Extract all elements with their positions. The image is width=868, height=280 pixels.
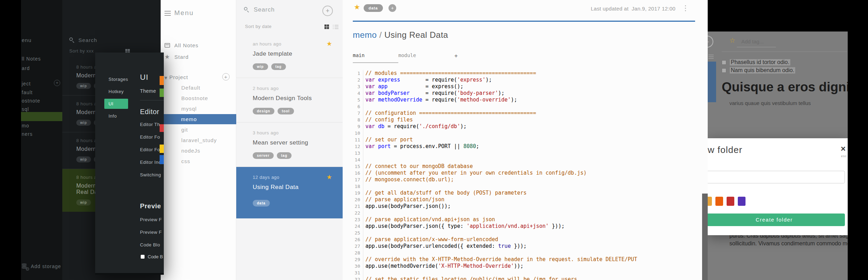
- add-storage-button[interactable]: + Add storage: [22, 263, 61, 270]
- note-card[interactable]: 12 days ago★Using Real Datadata: [236, 167, 343, 218]
- note-tag-badge[interactable]: data: [364, 4, 383, 12]
- code-line[interactable]: 22: [343, 210, 702, 216]
- color-swatch[interactable]: [727, 197, 734, 206]
- dark-search[interactable]: Search: [69, 37, 97, 43]
- dark-starred[interactable]: ard: [22, 65, 30, 71]
- theme-label[interactable]: Theme: [140, 88, 156, 94]
- project-header[interactable]: ▼Project +: [164, 74, 232, 80]
- note-star-icon[interactable]: ★: [354, 3, 360, 11]
- checkbox-icon[interactable]: [722, 68, 726, 73]
- settings-nav-hotkey[interactable]: Hotkey: [95, 86, 137, 97]
- add-tag-input[interactable]: Add tag...: [741, 38, 764, 44]
- code-line[interactable]: 23// parse application/vnd.api+json as j…: [343, 216, 702, 223]
- grid-view-icon[interactable]: [324, 24, 329, 29]
- code-line[interactable]: 8// config files: [343, 117, 702, 123]
- code-line[interactable]: 24app.use(bodyParser.json({ type: 'appli…: [343, 223, 702, 230]
- settings-nav-ui[interactable]: UI: [104, 99, 128, 109]
- star-icon[interactable]: ★: [327, 173, 332, 181]
- dark-folder-item[interactable]: sql: [22, 106, 29, 112]
- code-line[interactable]: 14: [343, 156, 702, 163]
- sidebar-folder-mysql[interactable]: mysql: [161, 104, 236, 114]
- code-line[interactable]: 28: [343, 250, 702, 256]
- sort-by-date[interactable]: Sort by date: [245, 24, 272, 29]
- todo-item[interactable]: Nam quis bibendum odio.: [722, 67, 795, 74]
- code-line[interactable]: 21app.use(bodyParser.json());: [343, 203, 702, 210]
- settings-nav-storages[interactable]: Storages: [95, 74, 137, 84]
- code-line[interactable]: 27app.use(bodyParser.urlencoded({ extend…: [343, 243, 702, 250]
- tab-module[interactable]: module: [398, 52, 444, 63]
- code-line[interactable]: 26// parse application/x-www-form-urlenc…: [343, 236, 702, 243]
- chevron-down-icon[interactable]: ▼: [164, 76, 168, 80]
- note-card[interactable]: 2 hours agoModern Design Toolsdesigntool: [236, 78, 343, 122]
- code-line[interactable]: 19// get all data/stuff of the body (POS…: [343, 190, 702, 196]
- breadcrumb-folder[interactable]: memo: [353, 30, 377, 40]
- settings-nav-info[interactable]: Info: [95, 111, 137, 121]
- code-line[interactable]: 1// modules ============================…: [343, 70, 702, 77]
- sidebar-folder-git[interactable]: git: [161, 125, 236, 135]
- code-block-checkbox-row[interactable]: Code B: [141, 254, 163, 259]
- color-swatch[interactable]: [708, 197, 712, 206]
- list-view-icon[interactable]: [333, 25, 338, 30]
- dark-folder-item[interactable]: mo: [22, 123, 29, 128]
- sidebar-folder-nodeJs[interactable]: nodeJs: [161, 146, 236, 156]
- dark-add-folder-icon[interactable]: +: [54, 80, 60, 86]
- code-line[interactable]: 18: [343, 183, 702, 190]
- add-snippet-tab-icon[interactable]: +: [454, 52, 458, 63]
- dark-folder-item[interactable]: fault: [22, 90, 33, 95]
- sidebar-folder-css[interactable]: css: [161, 156, 236, 166]
- code-line[interactable]: 32// set the static files location /publ…: [343, 276, 702, 280]
- folder-name-input[interactable]: [708, 171, 845, 183]
- code-line[interactable]: 13: [343, 150, 702, 156]
- code-line[interactable]: 16// (uncomment after you enter in your …: [343, 170, 702, 176]
- add-folder-icon[interactable]: +: [222, 73, 230, 80]
- checkbox-icon[interactable]: [141, 255, 145, 259]
- new-note-button[interactable]: +: [322, 6, 333, 16]
- code-line[interactable]: 31: [343, 270, 702, 276]
- code-editor[interactable]: 1// modules ============================…: [343, 70, 702, 280]
- more-options-icon[interactable]: [685, 5, 686, 13]
- code-line[interactable]: 5var methodOverride = require('method-ov…: [343, 97, 702, 103]
- create-folder-button[interactable]: Create folder: [708, 214, 845, 226]
- code-line[interactable]: 10: [343, 130, 702, 136]
- tab-main[interactable]: main: [353, 52, 398, 63]
- add-tag-button[interactable]: +: [388, 4, 396, 12]
- close-icon[interactable]: ×: [841, 144, 846, 154]
- checkbox-icon[interactable]: [722, 60, 726, 65]
- sidebar-item-starred[interactable]: ★ Stard: [164, 53, 189, 60]
- code-line[interactable]: 9var db = require('./config/db');: [343, 123, 702, 130]
- code-line[interactable]: 25: [343, 230, 702, 236]
- dark-project-label[interactable]: ject: [22, 81, 31, 86]
- code-line[interactable]: 2var express = require('express');: [343, 77, 702, 83]
- search-input[interactable]: Search: [244, 6, 275, 13]
- star-outline-icon[interactable]: ☆: [729, 36, 735, 44]
- code-line[interactable]: 29// override with the X-HTTP-Method-Ove…: [343, 256, 702, 263]
- code-line[interactable]: 3var app = express();: [343, 83, 702, 90]
- note-card[interactable]: an hours ago★Jade templatewiptag: [236, 34, 343, 78]
- new-note-button-fragment[interactable]: +: [708, 36, 713, 48]
- sidebar-folder-memo[interactable]: memo: [160, 114, 236, 124]
- sidebar-folder-laravel_study[interactable]: laravel_study: [161, 135, 236, 145]
- sidebar-item-all-notes[interactable]: All Notes: [164, 42, 198, 48]
- code-line[interactable]: 30app.use(methodOverride('X-HTTP-Method-…: [343, 263, 702, 270]
- note-card[interactable]: 3 hours agoMean server settingservertag: [236, 122, 343, 167]
- todo-item[interactable]: Phasellus id tortor odio.: [722, 59, 790, 65]
- dark-selected-folder[interactable]: [21, 112, 62, 121]
- color-swatch[interactable]: [715, 197, 723, 206]
- hamburger-icon[interactable]: [164, 11, 171, 17]
- sidebar-folder-Boostnote[interactable]: Boostnote: [161, 93, 236, 103]
- theme-select-value[interactable]: javascri: [95, 273, 164, 275]
- code-line[interactable]: 4var bodyParser = require('body-parser')…: [343, 90, 702, 97]
- code-line[interactable]: 11// set our port: [343, 136, 702, 143]
- code-line[interactable]: 6: [343, 103, 702, 110]
- color-swatch[interactable]: [738, 197, 746, 206]
- dark-all-notes[interactable]: ll Notes: [22, 56, 41, 62]
- code-line[interactable]: 15// connect to our mongoDB database: [343, 163, 702, 170]
- dark-folder-item[interactable]: ostnote: [22, 98, 40, 104]
- star-icon[interactable]: ★: [327, 40, 332, 47]
- code-line[interactable]: 7// configuration ======================…: [343, 110, 702, 117]
- code-line[interactable]: 12var port = process.env.PORT || 8080;: [343, 143, 702, 150]
- code-line[interactable]: 17// mongoose.connect(db.url);: [343, 176, 702, 183]
- dark-folder-item[interactable]: ners: [22, 131, 33, 137]
- sidebar-folder-Default[interactable]: Default: [161, 83, 236, 93]
- code-line[interactable]: 20// parse application/json: [343, 196, 702, 203]
